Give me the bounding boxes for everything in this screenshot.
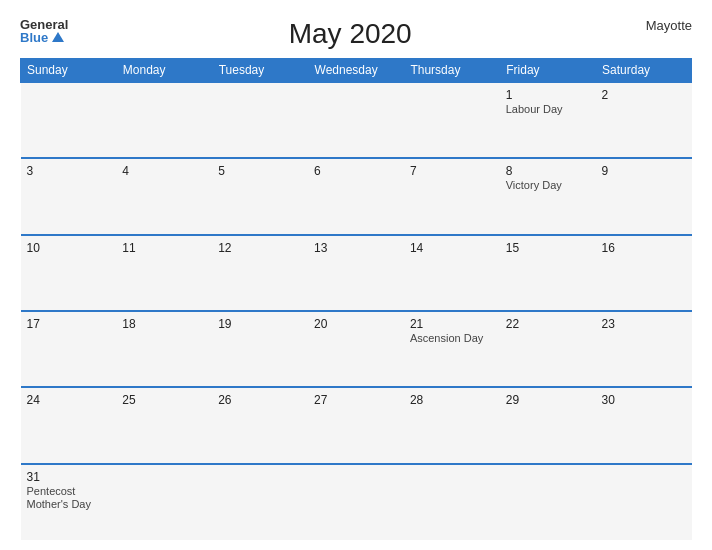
calendar-cell	[596, 464, 692, 540]
calendar-cell: 3	[21, 158, 117, 234]
calendar-cell	[308, 464, 404, 540]
calendar-cell: 2	[596, 82, 692, 158]
cell-date: 26	[218, 393, 302, 407]
cell-event: Ascension Day	[410, 332, 494, 344]
calendar-row: 10111213141516	[21, 235, 692, 311]
cell-date: 28	[410, 393, 494, 407]
cell-date: 29	[506, 393, 590, 407]
header-tuesday: Tuesday	[212, 59, 308, 83]
cell-date: 24	[27, 393, 111, 407]
cell-date: 10	[27, 241, 111, 255]
cell-date: 6	[314, 164, 398, 178]
calendar-cell: 16	[596, 235, 692, 311]
calendar-cell: 17	[21, 311, 117, 387]
calendar-cell: 31PentecostMother's Day	[21, 464, 117, 540]
calendar-cell: 30	[596, 387, 692, 463]
cell-event: Pentecost	[27, 485, 111, 497]
cell-date: 27	[314, 393, 398, 407]
calendar-cell: 15	[500, 235, 596, 311]
cell-date: 25	[122, 393, 206, 407]
calendar-row: 345678Victory Day9	[21, 158, 692, 234]
calendar-table: Sunday Monday Tuesday Wednesday Thursday…	[20, 58, 692, 540]
cell-date: 19	[218, 317, 302, 331]
calendar-cell: 22	[500, 311, 596, 387]
logo-triangle-icon	[52, 32, 64, 42]
cell-date: 20	[314, 317, 398, 331]
calendar-cell	[212, 82, 308, 158]
header-saturday: Saturday	[596, 59, 692, 83]
cell-date: 30	[602, 393, 686, 407]
cell-date: 13	[314, 241, 398, 255]
cell-event: Victory Day	[506, 179, 590, 191]
cell-date: 31	[27, 470, 111, 484]
calendar-cell: 25	[116, 387, 212, 463]
calendar-cell: 10	[21, 235, 117, 311]
calendar-cell: 18	[116, 311, 212, 387]
calendar-cell: 20	[308, 311, 404, 387]
calendar-cell: 28	[404, 387, 500, 463]
cell-date: 8	[506, 164, 590, 178]
calendar-cell: 1Labour Day	[500, 82, 596, 158]
cell-date: 22	[506, 317, 590, 331]
calendar-cell: 6	[308, 158, 404, 234]
cell-date: 15	[506, 241, 590, 255]
calendar-cell: 11	[116, 235, 212, 311]
cell-date: 2	[602, 88, 686, 102]
cell-date: 5	[218, 164, 302, 178]
cell-date: 9	[602, 164, 686, 178]
cell-date: 18	[122, 317, 206, 331]
region-label: Mayotte	[632, 18, 692, 33]
calendar-cell	[116, 464, 212, 540]
cell-date: 12	[218, 241, 302, 255]
cell-date: 11	[122, 241, 206, 255]
cell-event: Labour Day	[506, 103, 590, 115]
calendar-cell: 24	[21, 387, 117, 463]
calendar-cell	[500, 464, 596, 540]
calendar-cell	[116, 82, 212, 158]
calendar-cell: 9	[596, 158, 692, 234]
calendar-cell	[404, 464, 500, 540]
calendar-cell	[21, 82, 117, 158]
calendar-cell	[308, 82, 404, 158]
calendar-cell: 23	[596, 311, 692, 387]
cell-date: 16	[602, 241, 686, 255]
logo: General Blue	[20, 18, 68, 44]
header-monday: Monday	[116, 59, 212, 83]
calendar-cell: 8Victory Day	[500, 158, 596, 234]
calendar-cell	[404, 82, 500, 158]
calendar-page: General Blue May 2020 Mayotte Sunday Mon…	[0, 0, 712, 550]
header-sunday: Sunday	[21, 59, 117, 83]
cell-date: 3	[27, 164, 111, 178]
weekday-header-row: Sunday Monday Tuesday Wednesday Thursday…	[21, 59, 692, 83]
calendar-row: 1Labour Day2	[21, 82, 692, 158]
calendar-cell: 12	[212, 235, 308, 311]
cell-date: 17	[27, 317, 111, 331]
calendar-row: 1718192021Ascension Day2223	[21, 311, 692, 387]
cell-date: 1	[506, 88, 590, 102]
calendar-cell: 19	[212, 311, 308, 387]
calendar-cell: 5	[212, 158, 308, 234]
header-friday: Friday	[500, 59, 596, 83]
cell-date: 21	[410, 317, 494, 331]
calendar-cell: 13	[308, 235, 404, 311]
calendar-title: May 2020	[68, 18, 632, 50]
calendar-cell: 14	[404, 235, 500, 311]
calendar-row-extra: 31PentecostMother's Day	[21, 464, 692, 540]
header-wednesday: Wednesday	[308, 59, 404, 83]
calendar-cell: 29	[500, 387, 596, 463]
calendar-cell: 27	[308, 387, 404, 463]
cell-date: 14	[410, 241, 494, 255]
cell-date: 7	[410, 164, 494, 178]
calendar-cell	[212, 464, 308, 540]
cell-event: Mother's Day	[27, 498, 111, 510]
calendar-row: 24252627282930	[21, 387, 692, 463]
cell-date: 23	[602, 317, 686, 331]
calendar-cell: 26	[212, 387, 308, 463]
calendar-cell: 4	[116, 158, 212, 234]
logo-blue-text: Blue	[20, 31, 64, 44]
calendar-header: General Blue May 2020 Mayotte	[20, 18, 692, 50]
calendar-cell: 7	[404, 158, 500, 234]
header-thursday: Thursday	[404, 59, 500, 83]
cell-date: 4	[122, 164, 206, 178]
calendar-cell: 21Ascension Day	[404, 311, 500, 387]
